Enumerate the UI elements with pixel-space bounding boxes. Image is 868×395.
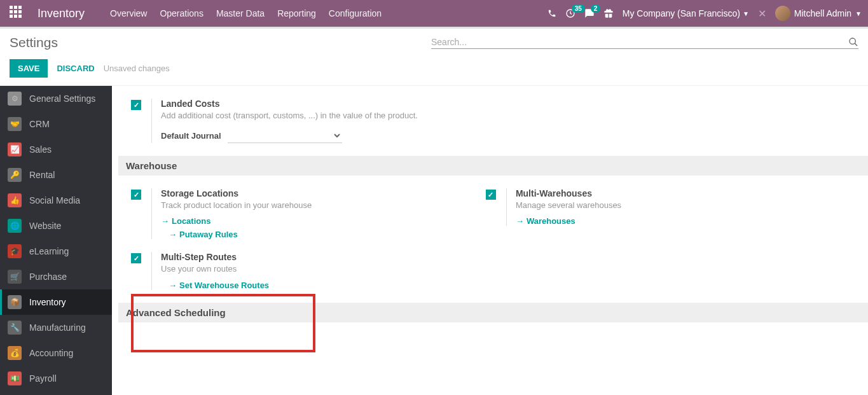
money-icon: 💰 (8, 346, 22, 360)
wrench-icon: 🔧 (8, 321, 22, 335)
routes-desc: Use your own routes (161, 263, 476, 275)
unsaved-label: Unsaved changes (104, 64, 170, 73)
book-icon: 🎓 (8, 244, 22, 258)
sidebar-item-payroll[interactable]: 💵Payroll (0, 366, 112, 391)
sidebar-item-manufacturing[interactable]: 🔧Manufacturing (0, 315, 112, 340)
company-selector[interactable]: My Company (San Francisco)▼ (623, 8, 749, 18)
landed-costs-title: Landed Costs (161, 99, 476, 109)
cash-icon: 💵 (8, 371, 22, 385)
save-button[interactable]: SAVE (10, 59, 48, 78)
globe-icon: 🌐 (8, 219, 22, 233)
journal-label: Default Journal (161, 131, 221, 141)
cart-icon: 🛒 (8, 270, 22, 284)
svg-point-1 (850, 38, 855, 44)
sidebar-item-general[interactable]: ⚙General Settings (0, 86, 112, 111)
nav-reporting[interactable]: Reporting (277, 8, 316, 18)
discard-button[interactable]: DISCARD (57, 64, 94, 73)
sidebar-item-elearning[interactable]: 🎓eLearning (0, 239, 112, 264)
multi-warehouses-checkbox[interactable] (486, 190, 496, 200)
sidebar-item-sales[interactable]: 📈Sales (0, 137, 112, 162)
multi-step-routes-checkbox[interactable] (131, 253, 141, 263)
settings-sidebar: ⚙General Settings 🤝CRM 📈Sales 🔑Rental 👍S… (0, 86, 112, 395)
settings-content[interactable]: Landed Costs Add additional cost (transp… (112, 86, 868, 395)
set-warehouse-routes-link[interactable]: Set Warehouse Routes (169, 281, 476, 290)
sidebar-item-inventory[interactable]: 📦Inventory (0, 289, 112, 315)
nav-configuration[interactable]: Configuration (329, 8, 382, 18)
routes-title: Multi-Step Routes (161, 252, 476, 262)
storage-desc: Track product location in your warehouse (161, 200, 476, 211)
box-icon: 📦 (8, 295, 22, 309)
nav-operations[interactable]: Operations (160, 8, 203, 18)
avatar (775, 6, 790, 21)
page-title: Settings (10, 35, 58, 50)
multi-wh-desc: Manage several warehouses (516, 200, 830, 211)
advanced-section-header: Advanced Scheduling (118, 303, 868, 322)
sidebar-item-social[interactable]: 👍Social Media (0, 188, 112, 213)
storage-title: Storage Locations (161, 188, 476, 198)
landed-costs-desc: Add additional cost (transport, customs,… (161, 110, 476, 121)
nav-master-data[interactable]: Master Data (216, 8, 265, 18)
messages-badge: 2 (591, 4, 601, 13)
storage-locations-checkbox[interactable] (131, 190, 141, 200)
sidebar-item-rental[interactable]: 🔑Rental (0, 162, 112, 188)
search-input[interactable] (431, 37, 848, 47)
putaway-rules-link[interactable]: Putaway Rules (169, 230, 476, 239)
locations-link[interactable]: Locations (161, 216, 476, 226)
user-menu[interactable]: Mitchell Admin▼ (775, 6, 862, 21)
sidebar-item-purchase[interactable]: 🛒Purchase (0, 264, 112, 289)
warehouse-section-header: Warehouse (118, 156, 868, 176)
journal-dropdown[interactable] (228, 128, 342, 143)
nav-overview[interactable]: Overview (110, 8, 147, 18)
sidebar-item-website[interactable]: 🌐Website (0, 213, 112, 239)
chart-icon: 📈 (8, 142, 22, 156)
activity-icon[interactable]: 35 (565, 8, 575, 18)
topbar: Inventory Overview Operations Master Dat… (0, 0, 868, 27)
activity-badge: 35 (572, 4, 585, 13)
app-title[interactable]: Inventory (38, 7, 85, 20)
apps-icon[interactable] (10, 6, 25, 21)
sidebar-item-crm[interactable]: 🤝CRM (0, 111, 112, 137)
thumbs-icon: 👍 (8, 193, 22, 207)
search-icon[interactable] (848, 37, 858, 47)
key-icon: 🔑 (8, 168, 22, 182)
debug-icon[interactable]: ✕ (758, 8, 766, 20)
gear-icon: ⚙ (8, 92, 22, 106)
messages-icon[interactable]: 2 (584, 8, 595, 18)
search-bar[interactable] (431, 37, 858, 49)
landed-costs-checkbox[interactable] (131, 100, 141, 110)
multi-wh-title: Multi-Warehouses (516, 188, 830, 198)
warehouses-link[interactable]: Warehouses (516, 216, 830, 226)
sidebar-item-accounting[interactable]: 💰Accounting (0, 340, 112, 366)
gift-icon[interactable] (603, 8, 614, 18)
handshake-icon: 🤝 (8, 117, 22, 131)
phone-icon[interactable] (548, 9, 556, 18)
svg-line-2 (855, 43, 857, 46)
